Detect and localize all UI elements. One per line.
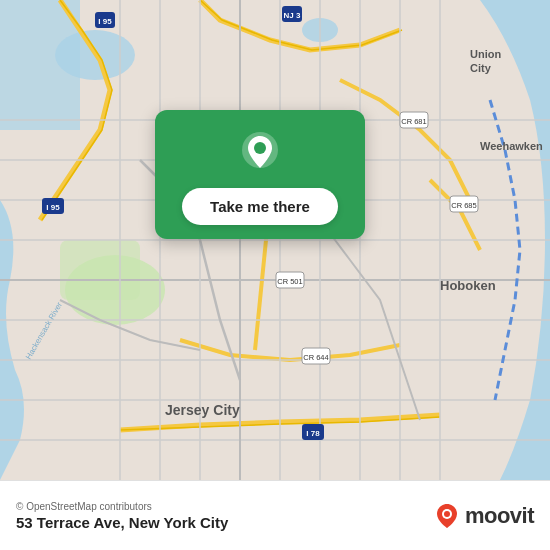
svg-point-47	[254, 142, 266, 154]
svg-text:City: City	[470, 62, 492, 74]
svg-text:CR 501: CR 501	[277, 277, 302, 286]
map-container: I 95 NJ 3 CR 681 CR 685 CR 501 CR 644 I …	[0, 0, 550, 480]
location-card: Take me there	[155, 110, 365, 239]
bottom-bar: © OpenStreetMap contributors 53 Terrace …	[0, 480, 550, 550]
svg-text:NJ 3: NJ 3	[284, 11, 301, 20]
svg-text:CR 681: CR 681	[401, 117, 426, 126]
svg-text:CR 644: CR 644	[303, 353, 328, 362]
moovit-pin-icon	[433, 502, 461, 530]
moovit-logo: moovit	[433, 502, 534, 530]
take-me-there-button[interactable]: Take me there	[182, 188, 338, 225]
moovit-wordmark: moovit	[465, 503, 534, 529]
svg-text:Union: Union	[470, 48, 501, 60]
svg-text:I 95: I 95	[46, 203, 60, 212]
bottom-left-info: © OpenStreetMap contributors 53 Terrace …	[16, 501, 228, 531]
svg-text:Weehawken: Weehawken	[480, 140, 543, 152]
map-background: I 95 NJ 3 CR 681 CR 685 CR 501 CR 644 I …	[0, 0, 550, 480]
svg-text:I 78: I 78	[306, 429, 320, 438]
copyright-text: © OpenStreetMap contributors	[16, 501, 228, 512]
svg-point-49	[444, 511, 450, 517]
svg-text:CR 685: CR 685	[451, 201, 476, 210]
svg-text:I 95: I 95	[98, 17, 112, 26]
svg-text:Jersey City: Jersey City	[165, 402, 240, 418]
svg-rect-5	[60, 240, 140, 300]
svg-text:Hoboken: Hoboken	[440, 278, 496, 293]
location-pin-icon	[236, 128, 284, 176]
address-text: 53 Terrace Ave, New York City	[16, 514, 228, 531]
